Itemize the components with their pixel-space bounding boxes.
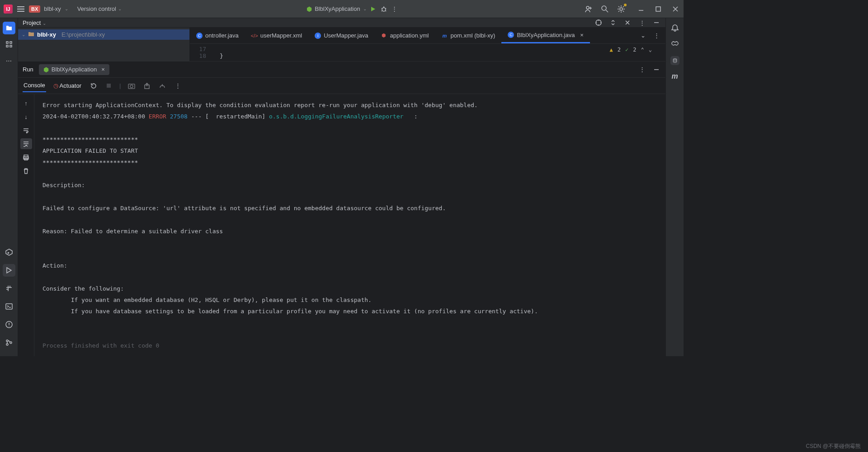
rerun-button[interactable] bbox=[89, 81, 98, 90]
code-area[interactable]: 17 18} ▲2 ✓2 ⌃ ⌄ bbox=[190, 44, 665, 61]
run-options-button[interactable]: ⋮ bbox=[637, 65, 646, 74]
tab-usermapper-java[interactable]: IUserMapper.java bbox=[308, 28, 374, 43]
hide-run-button[interactable] bbox=[652, 65, 661, 74]
yml-icon: ⬢ bbox=[381, 33, 387, 39]
collapse-all-button[interactable] bbox=[623, 18, 632, 27]
tab-blblxyapplication[interactable]: CBlblXyApplication.java× bbox=[501, 28, 590, 43]
svg-point-17 bbox=[130, 85, 133, 88]
run-tool-button[interactable] bbox=[3, 264, 15, 277]
inspection-widget[interactable]: ▲2 ✓2 ⌃ ⌄ bbox=[610, 47, 652, 53]
scroll-up-button[interactable]: ↑ bbox=[20, 98, 32, 108]
svg-rect-15 bbox=[107, 84, 111, 88]
settings-icon[interactable] bbox=[617, 5, 626, 14]
warning-icon: ▲ bbox=[610, 47, 613, 53]
actuator-tab[interactable]: ◷ Actuator bbox=[52, 80, 82, 92]
problems-tool-button[interactable] bbox=[3, 318, 15, 331]
console-output[interactable]: Error starting ApplicationContext. To di… bbox=[34, 94, 665, 356]
app-logo-icon: IJ bbox=[4, 5, 13, 14]
code-with-me-icon[interactable] bbox=[584, 5, 593, 14]
svg-rect-6 bbox=[10, 42, 12, 43]
svg-point-22 bbox=[673, 59, 677, 60]
project-tree[interactable]: ⌄ blbl-xy E:\project\blbl-xy bbox=[18, 28, 190, 61]
folder-icon bbox=[28, 31, 34, 38]
right-tool-rail: m bbox=[665, 18, 684, 356]
close-tab-icon[interactable]: × bbox=[580, 32, 584, 38]
console-tab[interactable]: Console bbox=[23, 79, 46, 92]
tool-options-button[interactable]: ⋮ bbox=[637, 18, 646, 27]
maven-button[interactable]: m bbox=[671, 72, 678, 80]
ai-assistant-button[interactable] bbox=[670, 40, 679, 49]
chevron-down-icon[interactable]: ⌄ bbox=[22, 32, 25, 37]
soft-wrap-button[interactable] bbox=[20, 125, 32, 136]
console-gutter: ↑ ↓ bbox=[18, 94, 34, 356]
java-icon: C bbox=[508, 32, 514, 38]
check-icon: ✓ bbox=[625, 47, 628, 53]
hide-tool-button[interactable] bbox=[652, 18, 661, 27]
services-tool-button[interactable] bbox=[3, 246, 15, 259]
structure-tool-button[interactable] bbox=[3, 38, 15, 51]
print-button[interactable] bbox=[20, 152, 32, 163]
svg-point-11 bbox=[6, 340, 8, 342]
search-icon[interactable] bbox=[600, 5, 609, 14]
tabs-dropdown-button[interactable]: ⌄ bbox=[638, 31, 647, 40]
chevron-down-icon: ⌄ bbox=[65, 6, 68, 11]
tab-controller[interactable]: Controller.java bbox=[190, 28, 245, 43]
run-config-tab[interactable]: ⬢ BlblXyApplication × bbox=[39, 64, 109, 75]
tab-application-yml[interactable]: ⬢application.yml bbox=[374, 28, 435, 43]
more-actions-button[interactable]: ⋮ bbox=[390, 5, 399, 14]
close-icon[interactable]: × bbox=[101, 66, 105, 73]
tab-pom-xml[interactable]: mpom.xml (blbl-xy) bbox=[435, 28, 501, 43]
maven-icon: m bbox=[441, 33, 448, 39]
code-text: } bbox=[220, 52, 223, 59]
more-button[interactable]: ⋮ bbox=[173, 81, 182, 90]
next-highlight-button[interactable]: ⌄ bbox=[649, 47, 652, 53]
titlebar: IJ BX blbl-xy ⌄ Version control ⌄ ⬢ Blbl… bbox=[0, 0, 684, 18]
left-tool-rail: ⋯ bbox=[0, 18, 18, 356]
expand-all-button[interactable] bbox=[609, 18, 618, 27]
prev-highlight-button[interactable]: ⌃ bbox=[641, 47, 644, 53]
project-name[interactable]: blbl-xy bbox=[44, 5, 61, 12]
project-view-selector[interactable]: Project ⌄ bbox=[23, 19, 46, 26]
terminal-tool-button[interactable] bbox=[3, 300, 15, 313]
scroll-to-end-button[interactable] bbox=[20, 138, 32, 149]
stop-button[interactable] bbox=[104, 81, 113, 90]
scroll-down-button[interactable]: ↓ bbox=[20, 111, 32, 122]
svg-point-3 bbox=[620, 8, 623, 10]
debug-button[interactable] bbox=[379, 5, 388, 14]
java-icon: C bbox=[196, 33, 203, 39]
run-button[interactable] bbox=[368, 5, 377, 14]
svg-point-1 bbox=[586, 6, 589, 9]
run-title: Run bbox=[23, 66, 33, 73]
close-window-button[interactable] bbox=[671, 5, 680, 14]
actuator-icon: ◷ bbox=[53, 82, 58, 89]
export-icon[interactable] bbox=[142, 81, 151, 90]
locate-file-button[interactable] bbox=[594, 18, 603, 27]
svg-point-12 bbox=[6, 344, 8, 345]
svg-rect-4 bbox=[656, 7, 660, 11]
project-tool-button[interactable] bbox=[3, 22, 15, 34]
svg-point-2 bbox=[602, 6, 606, 10]
svg-rect-8 bbox=[10, 45, 12, 47]
build-tool-button[interactable] bbox=[3, 282, 15, 295]
spring-icon: ⬢ bbox=[307, 5, 312, 13]
tab-usermapper-xml[interactable]: </>userMapper.xml bbox=[245, 28, 308, 43]
tree-root-item[interactable]: ⌄ blbl-xy E:\project\blbl-xy bbox=[18, 29, 189, 40]
main-menu-button[interactable] bbox=[16, 5, 25, 14]
run-config-selector[interactable]: ⬢ BlblXyApplication ⌄ bbox=[307, 5, 366, 13]
layout-icon[interactable] bbox=[158, 81, 167, 90]
line-number: 18 bbox=[197, 52, 206, 59]
minimize-window-button[interactable] bbox=[637, 5, 646, 14]
database-button[interactable] bbox=[670, 56, 679, 65]
camera-icon[interactable] bbox=[127, 81, 136, 90]
clear-all-button[interactable] bbox=[20, 165, 32, 176]
notifications-button[interactable] bbox=[670, 24, 679, 33]
xml-icon: </> bbox=[251, 33, 258, 39]
maximize-window-button[interactable] bbox=[654, 5, 663, 14]
version-control-dropdown[interactable]: Version control ⌄ bbox=[77, 5, 122, 12]
tree-root-path: E:\project\blbl-xy bbox=[61, 31, 105, 38]
git-tool-button[interactable] bbox=[3, 336, 15, 349]
more-tool-button[interactable]: ⋯ bbox=[3, 54, 15, 67]
line-number: 17 bbox=[197, 46, 206, 52]
tabs-options-button[interactable]: ⋮ bbox=[652, 31, 661, 40]
svg-rect-7 bbox=[6, 45, 8, 47]
